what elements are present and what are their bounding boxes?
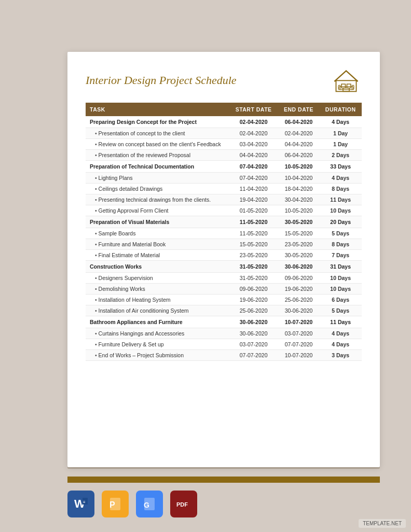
word-icon[interactable]: W ≡ — [67, 491, 94, 517]
subtask-row: Presentation of concept to the client 02… — [86, 128, 362, 139]
subtask-start: 19-04-2020 — [229, 194, 278, 205]
subtask-task: Furniture Delivery & Set up — [86, 339, 229, 350]
subtask-row: Designers Supervision 31-05-2020 09-06-2… — [86, 273, 362, 284]
subtask-task: Review on concept based on the client's … — [86, 139, 229, 150]
pdf-icon[interactable]: PDF — [170, 491, 197, 517]
subtask-start: 04-04-2020 — [229, 150, 278, 161]
subtask-row: Presenting technical drawings from the c… — [86, 194, 362, 205]
section-task: Preparing Design Concept for the Project — [86, 116, 229, 128]
schedule-table: TASK START DATE END DATE DURATION Prepar… — [86, 103, 362, 361]
subtask-end: 23-05-2020 — [278, 239, 320, 250]
subtask-start: 03-07-2020 — [229, 339, 278, 350]
section-start: 11-05-2020 — [229, 216, 278, 228]
subtask-duration: 8 Days — [319, 184, 362, 194]
svg-rect-1 — [341, 84, 346, 88]
subtask-task: Curtains Hangings and Accessories — [86, 328, 229, 339]
subtask-duration: 8 Days — [319, 239, 362, 250]
subtask-row: Ceilings detailed Drawings 11-04-2020 18… — [86, 184, 362, 194]
subtask-end: 07-07-2020 — [278, 339, 320, 350]
section-task: Bathroom Appliances and Furniture — [86, 316, 229, 328]
subtask-row: Final Estimate of Material 23-05-2020 30… — [86, 250, 362, 261]
document-header: Interior Design Project Schedule — [86, 67, 362, 93]
subtask-duration: 1 Day — [319, 128, 362, 139]
subtask-row: End of Works – Project Submission 07-07-… — [86, 350, 362, 361]
subtask-end: 10-04-2020 — [278, 173, 320, 184]
section-start: 07-04-2020 — [229, 161, 278, 173]
svg-text:G: G — [144, 501, 149, 509]
subtask-start: 07-04-2020 — [229, 173, 278, 184]
section-row: Preparing Design Concept for the Project… — [86, 116, 362, 128]
section-row: Construction Works 31-05-2020 30-06-2020… — [86, 261, 362, 273]
subtask-start: 09-06-2020 — [229, 284, 278, 295]
subtask-task: End of Works – Project Submission — [86, 350, 229, 361]
document: Interior Design Project Schedule TASK ST… — [67, 52, 380, 467]
bottom-bar — [67, 477, 380, 483]
subtask-duration: 10 Days — [319, 205, 362, 216]
subtask-duration: 5 Days — [319, 228, 362, 239]
subtask-start: 03-04-2020 — [229, 139, 278, 150]
subtask-task: Presentation of the reviewed Proposal — [86, 150, 229, 161]
document-title: Interior Design Project Schedule — [86, 74, 237, 87]
svg-rect-2 — [347, 84, 351, 88]
subtask-task: Presenting technical drawings from the c… — [86, 194, 229, 205]
house-icon — [331, 67, 362, 93]
subtask-duration: 7 Days — [319, 250, 362, 261]
subtask-end: 19-06-2020 — [278, 284, 320, 295]
subtask-start: 19-06-2020 — [229, 295, 278, 305]
section-start: 02-04-2020 — [229, 116, 278, 128]
subtask-row: Presentation of the reviewed Proposal 04… — [86, 150, 362, 161]
subtask-end: 02-04-2020 — [278, 128, 320, 139]
gdocs-icon[interactable]: G — [136, 491, 163, 517]
subtask-task: Sample Boards — [86, 228, 229, 239]
subtask-start: 07-07-2020 — [229, 350, 278, 361]
section-task: Preparation of Technical Documentation — [86, 161, 229, 173]
subtask-row: Installation of Heating System 19-06-202… — [86, 295, 362, 305]
subtask-duration: 5 Days — [319, 305, 362, 316]
subtask-duration: 4 Days — [319, 173, 362, 184]
subtask-start: 02-04-2020 — [229, 128, 278, 139]
subtask-end: 10-05-2020 — [278, 205, 320, 216]
section-duration: 33 Days — [319, 161, 362, 173]
subtask-start: 25-06-2020 — [229, 305, 278, 316]
subtask-row: Review on concept based on the client's … — [86, 139, 362, 150]
section-row: Preparation of Visual Materials 11-05-20… — [86, 216, 362, 228]
subtask-end: 18-04-2020 — [278, 184, 320, 194]
subtask-task: Installation of Heating System — [86, 295, 229, 305]
section-duration: 11 Days — [319, 316, 362, 328]
subtask-duration: 10 Days — [319, 273, 362, 284]
subtask-row: Installation of Air conditioning System … — [86, 305, 362, 316]
subtask-end: 15-05-2020 — [278, 228, 320, 239]
section-end: 06-04-2020 — [278, 116, 320, 128]
subtask-task: Getting Approval Form Client — [86, 205, 229, 216]
subtask-task: Final Estimate of Material — [86, 250, 229, 261]
section-end: 30-05-2020 — [278, 216, 320, 228]
section-row: Preparation of Technical Documentation 0… — [86, 161, 362, 173]
section-task: Construction Works — [86, 261, 229, 273]
subtask-duration: 4 Days — [319, 328, 362, 339]
subtask-end: 04-04-2020 — [278, 139, 320, 150]
subtask-start: 01-05-2020 — [229, 205, 278, 216]
subtask-task: Ceilings detailed Drawings — [86, 184, 229, 194]
subtask-duration: 6 Days — [319, 295, 362, 305]
subtask-task: Installation of Air conditioning System — [86, 305, 229, 316]
subtask-end: 10-07-2020 — [278, 350, 320, 361]
svg-rect-0 — [336, 80, 357, 91]
section-end: 10-05-2020 — [278, 161, 320, 173]
subtask-row: Getting Approval Form Client 01-05-2020 … — [86, 205, 362, 216]
subtask-row: Curtains Hangings and Accessories 30-06-… — [86, 328, 362, 339]
subtask-start: 15-05-2020 — [229, 239, 278, 250]
subtask-end: 30-05-2020 — [278, 250, 320, 261]
subtask-task: Demolishing Works — [86, 284, 229, 295]
subtask-start: 11-05-2020 — [229, 228, 278, 239]
section-duration: 4 Days — [319, 116, 362, 128]
subtask-end: 06-04-2020 — [278, 150, 320, 161]
section-duration: 20 Days — [319, 216, 362, 228]
end-date-header: END DATE — [278, 103, 320, 116]
subtask-end: 30-04-2020 — [278, 194, 320, 205]
pages-icon[interactable]: P — [102, 491, 129, 517]
subtask-row: Furniture and Material Book 15-05-2020 2… — [86, 239, 362, 250]
subtask-row: Demolishing Works 09-06-2020 19-06-2020 … — [86, 284, 362, 295]
subtask-end: 25-06-2020 — [278, 295, 320, 305]
subtask-start: 11-04-2020 — [229, 184, 278, 194]
template-net-badge: TEMPLATE.NET — [359, 519, 406, 528]
